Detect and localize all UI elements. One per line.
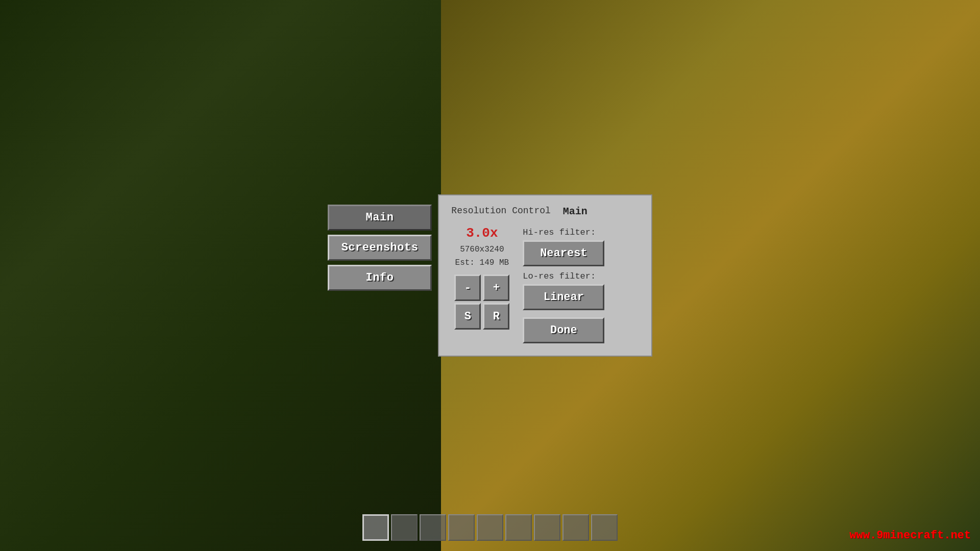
estimate-display: Est: 149 MB (455, 258, 509, 267)
hotbar-slot-6 (505, 514, 532, 541)
nearest-button[interactable]: Nearest (523, 240, 604, 266)
hotbar-slot-3 (420, 514, 446, 541)
hotbar-slot-8 (562, 514, 589, 541)
sidebar-button-main[interactable]: Main (328, 205, 432, 231)
hi-res-filter-label: Hi-res filter: (523, 228, 604, 237)
resolution-display: 5760x3240 (460, 245, 504, 254)
lo-res-filter-label: Lo-res filter: (523, 271, 604, 281)
hotbar-slot-5 (477, 514, 503, 541)
hotbar-slot-4 (448, 514, 475, 541)
dialog-title: Resolution Control (451, 206, 550, 217)
hotbar-slot-2 (391, 514, 418, 541)
multiplier-value: 3.0x (466, 226, 498, 241)
watermark: www.9minecraft.net (849, 529, 971, 542)
hotbar (362, 514, 618, 541)
left-panel: 3.0x 5760x3240 Est: 149 MB - + S R (451, 226, 512, 343)
hotbar-slot-1 (362, 514, 389, 541)
ui-container: Main Screenshots Info Resolution Control… (0, 0, 980, 551)
done-button[interactable]: Done (523, 317, 604, 343)
dialog-body: 3.0x 5760x3240 Est: 149 MB - + S R Hi-re… (451, 226, 639, 343)
hotbar-slot-7 (534, 514, 560, 541)
dialog-header: Resolution Control Main (451, 206, 639, 217)
hotbar-slot-9 (591, 514, 618, 541)
dialog-section: Main (563, 206, 587, 217)
r-button[interactable]: R (483, 303, 509, 330)
plus-button[interactable]: + (483, 274, 509, 301)
sidebar: Main Screenshots Info (328, 205, 432, 291)
linear-button[interactable]: Linear (523, 284, 604, 310)
dialog-panel: Resolution Control Main 3.0x 5760x3240 E… (438, 194, 652, 357)
minus-button[interactable]: - (454, 274, 481, 301)
ui-wrapper: Main Screenshots Info Resolution Control… (328, 194, 653, 357)
control-buttons: - + S R (454, 274, 509, 330)
right-panel: Hi-res filter: Nearest Lo-res filter: Li… (523, 226, 604, 343)
sidebar-button-screenshots[interactable]: Screenshots (328, 235, 432, 261)
sidebar-button-info[interactable]: Info (328, 265, 432, 291)
s-button[interactable]: S (454, 303, 481, 330)
